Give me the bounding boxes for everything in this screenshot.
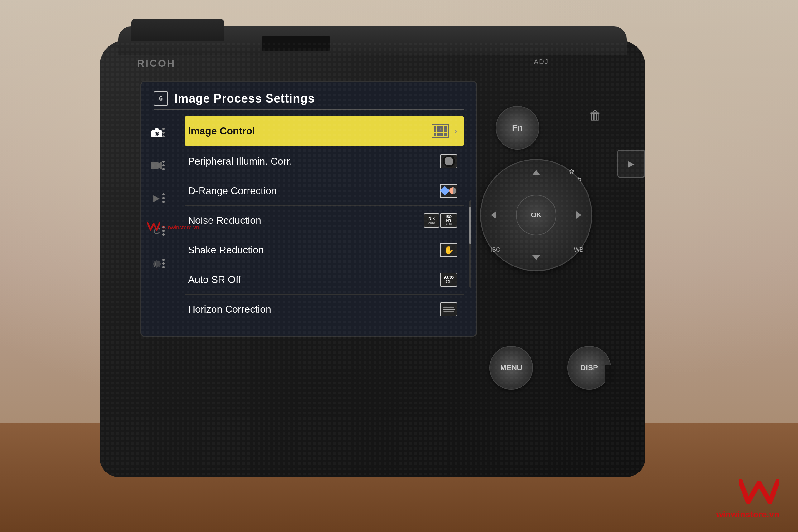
menu-button[interactable]: MENU — [489, 346, 533, 390]
svg-rect-4 — [151, 162, 159, 169]
delete-button[interactable]: 🗑 — [586, 106, 605, 125]
menu-item-label-peripheral: Peripheral Illumin. Corr. — [188, 155, 292, 167]
nav-left[interactable] — [487, 209, 500, 221]
menu-item-value-image-control: › — [432, 124, 457, 138]
screen-header: 6 Image Process Settings — [154, 91, 463, 110]
camera-grip — [131, 19, 225, 40]
adj-label: ADJ — [534, 58, 549, 66]
fn-button[interactable]: Fn — [496, 106, 539, 150]
camera-body: RICOH ADJ 6 Image Process Settings — [100, 40, 645, 477]
watermark-url: winwinstore.vn — [716, 510, 779, 519]
iso-label: ISO — [490, 246, 501, 253]
scrollbar-thumb[interactable] — [470, 207, 471, 244]
timer-icon: ⏱ — [576, 177, 582, 184]
screen-title: Image Process Settings — [174, 92, 315, 105]
ok-button[interactable]: OK — [516, 195, 556, 235]
menu-item-noise-reduction[interactable]: Noise Reduction NR Auto ISO NR — [185, 206, 463, 235]
menu-item-value-horizon-correction — [440, 302, 457, 316]
camera-shutter-button[interactable] — [262, 36, 330, 52]
menu-item-label-shake-reduction: Shake Reduction — [188, 244, 264, 256]
camera-right-controls: ▶ Fn 🗑 — [480, 87, 620, 415]
menu-item-shake-reduction[interactable]: Shake Reduction ✋ — [185, 235, 463, 265]
nav-down[interactable] — [530, 251, 543, 264]
menu-item-auto-sr-off[interactable]: Auto SR Off Auto Off — [185, 265, 463, 294]
menu-item-label-horizon-correction: Horizon Correction — [188, 304, 271, 315]
winwin-logo-icon — [739, 478, 779, 510]
menu-items-list: Image Control — [185, 116, 463, 324]
scene: RICOH ADJ 6 Image Process Settings — [0, 0, 798, 532]
menu-item-value-noise-reduction: NR Auto ISO NR Auto — [424, 213, 457, 228]
strap-lug — [605, 365, 614, 383]
menu-item-image-control[interactable]: Image Control — [185, 116, 463, 146]
disp-button[interactable]: DISP — [567, 346, 611, 390]
menu-number-icon: 6 — [154, 91, 168, 106]
scrollbar[interactable] — [470, 201, 471, 288]
menu-item-peripheral[interactable]: Peripheral Illumin. Corr. — [185, 147, 463, 176]
lcd-screen: 6 Image Process Settings — [140, 81, 477, 337]
menu-item-label-image-control: Image Control — [188, 125, 255, 137]
menu-item-label-drange: D-Range Correction — [188, 185, 277, 197]
menu-item-value-shake-reduction: ✋ — [440, 243, 457, 257]
screen-content: 6 Image Process Settings — [141, 82, 476, 336]
menu-item-label-auto-sr-off: Auto SR Off — [188, 274, 241, 285]
playback-button[interactable]: ▶ — [617, 150, 645, 178]
menu-item-horizon-correction[interactable]: Horizon Correction — [185, 294, 463, 324]
menu-item-drange[interactable]: D-Range Correction — [185, 176, 463, 206]
svg-rect-1 — [155, 128, 159, 131]
menu-item-value-peripheral — [440, 154, 457, 168]
brand-label: RICOH — [137, 58, 175, 69]
sidebar-dots — [163, 116, 165, 280]
watermark-main: winwinstore.vn — [716, 478, 779, 519]
ok-label: OK — [531, 211, 542, 219]
svg-marker-5 — [159, 162, 163, 170]
watermark-small: winwinstore.vn — [148, 222, 199, 233]
nav-right[interactable] — [573, 209, 585, 221]
menu-item-value-auto-sr-off: Auto Off — [440, 273, 457, 287]
wb-label: WB — [574, 246, 584, 253]
nav-up[interactable] — [530, 166, 543, 178]
menu-item-value-drange — [440, 184, 457, 198]
nav-ring[interactable]: OK ISO ⏱ WB ✿ — [480, 159, 592, 271]
macro-icon: ✿ — [569, 168, 574, 175]
arrow-icon: › — [455, 126, 457, 136]
